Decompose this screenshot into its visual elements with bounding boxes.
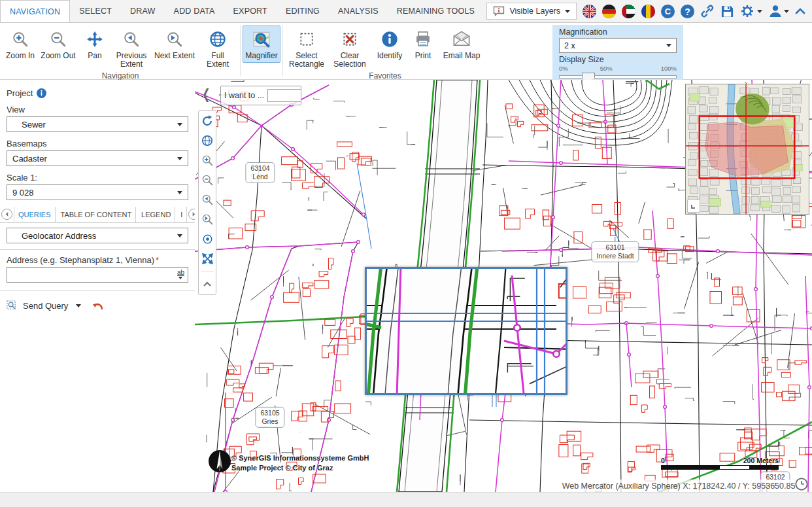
sidebar-tab-queries[interactable]: QUERIES bbox=[14, 207, 56, 222]
sidebar-collapse-chevron[interactable]: ❮ bbox=[202, 86, 211, 102]
divider bbox=[0, 290, 195, 291]
scale-label: Scale 1: bbox=[7, 173, 188, 183]
magnifier-window[interactable] bbox=[365, 267, 567, 395]
previous-extent-button[interactable]: Previous Extent bbox=[111, 26, 152, 71]
full-extent-button[interactable]: Full Extent bbox=[197, 26, 238, 71]
collapse-toolbar-chevron-icon[interactable] bbox=[200, 277, 214, 291]
view-value: Sewer bbox=[22, 120, 46, 130]
identify-info-icon bbox=[381, 28, 399, 50]
basemaps-select[interactable]: Cadaster bbox=[7, 150, 188, 166]
chevron-down-icon bbox=[757, 10, 762, 13]
button-label: Previous Extent bbox=[113, 52, 150, 69]
history-clock-icon[interactable] bbox=[794, 477, 809, 492]
language-c-badge-icon[interactable]: C bbox=[661, 5, 675, 18]
magnifier-button[interactable]: Magnifier bbox=[243, 26, 280, 63]
button-label: Magnifier bbox=[245, 52, 277, 60]
tabs-scroll-left-button[interactable] bbox=[1, 209, 12, 220]
zoom-in-button[interactable]: Zoom In bbox=[3, 26, 38, 63]
button-label: Next Extent bbox=[154, 52, 195, 60]
user-account-icon[interactable] bbox=[768, 4, 789, 18]
svg-text:C: C bbox=[665, 7, 671, 16]
overview-map[interactable] bbox=[685, 84, 809, 215]
tab-add-data[interactable]: ADD DATA bbox=[165, 0, 224, 22]
email-map-button[interactable]: Email Map bbox=[438, 26, 485, 63]
send-query-button[interactable]: Send Query bbox=[23, 301, 68, 311]
refresh-icon[interactable] bbox=[200, 114, 214, 128]
clear-selection-icon bbox=[341, 28, 358, 50]
clear-selection-button[interactable]: Clear Selection bbox=[328, 26, 371, 71]
share-link-icon[interactable] bbox=[700, 4, 715, 18]
i-want-to-input[interactable] bbox=[267, 89, 301, 102]
expand-fullscreen-icon[interactable] bbox=[200, 251, 214, 266]
print-button[interactable]: Print bbox=[408, 26, 438, 63]
full-extent-globe-icon[interactable] bbox=[200, 133, 214, 148]
tab-navigation[interactable]: NAVIGATION bbox=[0, 0, 70, 22]
query-type-select[interactable]: Geolocator Address bbox=[7, 228, 188, 243]
identify-button[interactable]: Identify bbox=[371, 26, 408, 63]
magnification-select[interactable]: 2 x bbox=[559, 38, 677, 53]
svg-text:?: ? bbox=[685, 6, 690, 16]
view-label: View bbox=[7, 105, 188, 114]
next-extent-button[interactable]: Next Extent bbox=[152, 26, 197, 63]
help-icon[interactable]: ? bbox=[681, 5, 694, 18]
tab-select[interactable]: SELECT bbox=[70, 0, 121, 22]
next-extent-icon[interactable] bbox=[200, 212, 214, 226]
language-english-flag-icon[interactable] bbox=[583, 5, 596, 18]
language-arabic-flag-icon[interactable] bbox=[622, 5, 635, 18]
language-german-flag-icon[interactable] bbox=[602, 5, 616, 18]
collapse-ribbon-icon[interactable] bbox=[795, 7, 805, 15]
zoom-in-icon[interactable] bbox=[200, 153, 214, 167]
view-select[interactable]: Sewer bbox=[7, 116, 188, 132]
project-info-icon[interactable] bbox=[37, 88, 46, 98]
scale-value: 9 028 bbox=[12, 188, 34, 198]
sidebar-tab-truncated[interactable]: I bbox=[177, 207, 187, 222]
tab-draw[interactable]: DRAW bbox=[121, 0, 165, 22]
settings-gear-icon[interactable] bbox=[740, 4, 762, 18]
sidebar-tab-table-of-content[interactable]: TABLE OF CONTENT bbox=[57, 207, 137, 222]
zoom-out-icon[interactable] bbox=[200, 173, 214, 187]
ribbon-toolbar: Zoom In Zoom Out Pan Previous Extent Nex… bbox=[0, 23, 812, 80]
save-icon[interactable] bbox=[720, 5, 734, 18]
select-rectangle-button[interactable]: Select Rectangle bbox=[285, 26, 328, 71]
button-label: Zoom Out bbox=[41, 52, 75, 60]
send-query-options-chevron[interactable] bbox=[76, 304, 81, 307]
full-extent-globe-icon bbox=[209, 28, 227, 50]
reset-undo-icon[interactable] bbox=[92, 301, 105, 311]
tab-analysis[interactable]: ANALYSIS bbox=[329, 0, 388, 22]
previous-extent-icon[interactable] bbox=[200, 192, 214, 207]
divider bbox=[201, 271, 214, 271]
visible-layers-dropdown[interactable]: Visible Layers bbox=[486, 3, 577, 20]
pan-button[interactable]: Pan bbox=[78, 26, 111, 63]
overview-collapse-icon[interactable] bbox=[687, 200, 700, 213]
display-size-ticks: 0% 50% 100% bbox=[559, 65, 677, 72]
magnification-panel: Magnification 2 x Display Size 0% 50% 10… bbox=[552, 25, 683, 81]
tabs-scroll-right-button[interactable] bbox=[188, 209, 195, 220]
chevron-down-icon bbox=[666, 44, 671, 47]
center-target-icon[interactable] bbox=[200, 232, 214, 246]
language-romanian-flag-icon[interactable] bbox=[641, 5, 655, 18]
chevron-down-icon bbox=[177, 157, 182, 160]
chevron-down-icon bbox=[177, 234, 182, 237]
ribbon-separator bbox=[282, 26, 283, 77]
zoom-in-icon bbox=[12, 28, 29, 50]
map-viewport[interactable]: ❮ I want to ... bbox=[195, 80, 812, 492]
application-window: NAVIGATION SELECT DRAW ADD DATA EXPORT E… bbox=[0, 0, 812, 507]
ribbon-tabs: NAVIGATION SELECT DRAW ADD DATA EXPORT E… bbox=[0, 0, 484, 22]
chevron-down-icon bbox=[177, 191, 182, 194]
query-type-value: Geolocator Address bbox=[22, 231, 96, 241]
address-input[interactable] bbox=[10, 270, 177, 281]
autocomplete-ab-icon[interactable]: ab bbox=[177, 270, 184, 279]
sidebar-tab-strip: QUERIES TABLE OF CONTENT LEGEND I bbox=[0, 206, 195, 223]
tab-editing[interactable]: EDITING bbox=[277, 0, 329, 22]
button-label: Identify bbox=[377, 52, 403, 60]
left-sidebar-panel: Project View Sewer Basemaps Cadaster Sca… bbox=[0, 80, 195, 492]
sidebar-tab-legend[interactable]: LEGEND bbox=[137, 207, 175, 222]
zoom-out-button[interactable]: Zoom Out bbox=[38, 26, 78, 63]
tab-export[interactable]: EXPORT bbox=[224, 0, 277, 22]
scale-bar-segments bbox=[661, 465, 779, 470]
scale-select[interactable]: 9 028 bbox=[7, 184, 188, 200]
slider-track[interactable] bbox=[559, 75, 677, 79]
tab-remaining-tools[interactable]: REMAINING TOOLS bbox=[388, 0, 484, 22]
send-query-row: Send Query bbox=[7, 300, 188, 311]
pan-icon bbox=[86, 28, 103, 50]
